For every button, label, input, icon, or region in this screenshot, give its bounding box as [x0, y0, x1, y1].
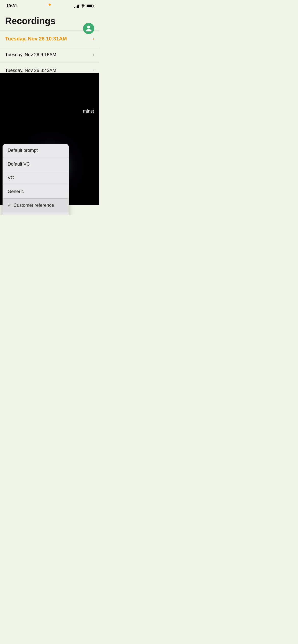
dropdown-label-default-prompt: Default prompt — [8, 148, 38, 153]
battery-icon — [87, 5, 93, 8]
dropdown-item-customer-reference[interactable]: ✓ Customer reference — [3, 199, 69, 212]
checkmark-icon: ✓ — [8, 203, 11, 208]
dropdown-label-default-vc: Default VC — [8, 162, 30, 167]
duration-hint: mins) — [83, 109, 94, 114]
dropdown-item-vc[interactable]: VC — [3, 171, 69, 185]
dropdown-item-default-prompt[interactable]: Default prompt — [3, 144, 69, 157]
bottom-area: Default prompt Default VC VC Generic ✓ C… — [0, 73, 99, 205]
signal-icon — [74, 4, 79, 8]
status-time: 10:31 — [6, 4, 17, 9]
status-icons — [74, 4, 93, 8]
dropdown-label-customer-reference: Customer reference — [13, 203, 54, 208]
dropdown-item-new-interview[interactable]: New interview — [3, 212, 69, 215]
recording-date-2: Tuesday, Nov 26 9:18AM — [5, 52, 56, 57]
recording-item-3[interactable]: Tuesday, Nov 26 8:43AM › — [5, 63, 94, 73]
wifi-icon — [80, 4, 85, 8]
chevron-icon-3: › — [93, 68, 94, 72]
chevron-icon-2: › — [93, 53, 94, 57]
profile-avatar[interactable] — [83, 23, 94, 34]
recording-item-active[interactable]: Tuesday, Nov 26 10:31AM › — [5, 31, 94, 47]
dropdown-item-generic[interactable]: Generic — [3, 185, 69, 199]
page-title: Recordings — [5, 16, 94, 26]
recording-date-active: Tuesday, Nov 26 10:31AM — [5, 36, 67, 42]
dropdown-label-generic: Generic — [8, 189, 24, 194]
dropdown-menu[interactable]: Default prompt Default VC VC Generic ✓ C… — [3, 144, 69, 215]
notification-dot — [49, 4, 51, 6]
dropdown-item-default-vc[interactable]: Default VC — [3, 157, 69, 171]
chevron-icon-active: › — [93, 37, 94, 41]
recording-item-2[interactable]: Tuesday, Nov 26 9:18AM › — [5, 47, 94, 63]
dropdown-label-vc: VC — [8, 175, 14, 181]
person-icon — [85, 25, 92, 32]
recording-date-3: Tuesday, Nov 26 8:43AM — [5, 68, 56, 73]
main-content: Recordings Tuesday, Nov 26 10:31AM › Tue… — [0, 11, 99, 73]
